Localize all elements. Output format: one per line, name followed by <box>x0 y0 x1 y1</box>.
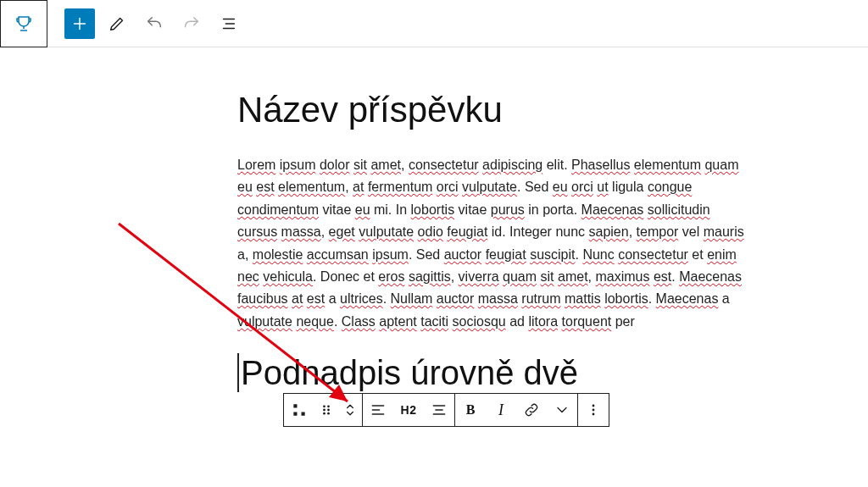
redo-button[interactable] <box>176 8 207 39</box>
svg-point-1 <box>327 405 330 407</box>
svg-point-0 <box>323 405 326 407</box>
top-toolbar <box>0 0 868 47</box>
italic-button[interactable]: I <box>486 394 516 426</box>
editor-canvas: Název příspěvku Lorem ipsum dolor sit am… <box>0 47 868 426</box>
svg-point-6 <box>593 405 595 407</box>
svg-point-3 <box>327 409 330 412</box>
edit-mode-button[interactable] <box>102 8 132 39</box>
heading-block[interactable]: Podnadpis úrovně dvě <box>237 353 868 392</box>
bold-button[interactable]: B <box>455 394 486 426</box>
text-align-button[interactable] <box>424 394 454 426</box>
align-button[interactable] <box>363 394 393 426</box>
svg-point-7 <box>593 409 595 412</box>
undo-button[interactable] <box>139 8 170 39</box>
post-title[interactable]: Název příspěvku <box>237 90 868 130</box>
paragraph-block[interactable]: Lorem ipsum dolor sit amet, consectetur … <box>237 154 746 333</box>
add-block-button[interactable] <box>64 8 95 39</box>
drag-handle-icon[interactable] <box>314 394 338 426</box>
move-up-down-icon[interactable] <box>338 394 362 426</box>
site-logo[interactable] <box>0 0 47 47</box>
block-toolbar: H2 B I <box>283 393 609 427</box>
svg-point-5 <box>327 412 330 415</box>
svg-point-4 <box>323 412 326 415</box>
more-formatting-button[interactable] <box>547 394 577 426</box>
more-options-button[interactable] <box>578 394 609 426</box>
svg-point-8 <box>593 413 595 416</box>
block-type-heading-icon[interactable] <box>284 394 314 426</box>
svg-point-2 <box>323 409 326 412</box>
heading-level-button[interactable]: H2 <box>393 394 424 426</box>
document-outline-button[interactable] <box>214 8 244 39</box>
link-button[interactable] <box>516 394 547 426</box>
